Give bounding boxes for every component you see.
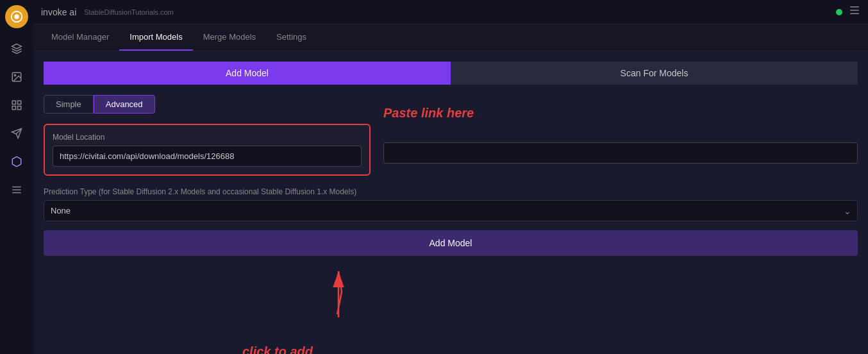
sidebar-item-image[interactable]	[4, 64, 29, 90]
nav-tabs: Model Manager Import Models Merge Models…	[33, 24, 868, 51]
arrow-annotation	[319, 260, 358, 324]
svg-rect-4	[12, 101, 15, 104]
click-hint-annotation: click to add	[242, 344, 313, 354]
simple-mode-button[interactable]: Simple	[44, 95, 94, 114]
model-location-input-extended[interactable]	[383, 142, 858, 164]
top-toggle-row: Add Model Scan For Models	[44, 62, 858, 85]
model-location-label: Model Location	[53, 133, 362, 142]
app-emphasis: ai	[69, 7, 76, 17]
tab-settings[interactable]: Settings	[266, 24, 317, 51]
add-model-submit-button[interactable]: Add Model	[44, 230, 858, 256]
svg-point-1	[14, 14, 19, 19]
titlebar-left: invoke ai StableDiffusionTutorials.com	[41, 7, 174, 17]
prediction-select-wrapper: None epsilon v_prediction sample	[44, 200, 858, 221]
mode-toggle: Simple Advanced	[44, 95, 858, 114]
status-indicator	[836, 9, 842, 15]
svg-rect-6	[18, 106, 21, 110]
app-title: invoke ai	[41, 7, 76, 17]
tab-merge-models[interactable]: Merge Models	[193, 24, 266, 51]
prediction-select[interactable]: None epsilon v_prediction sample	[44, 200, 858, 221]
add-model-button-container: Add Model click to add	[44, 230, 858, 266]
form-layout: Model Location Paste link here Predictio…	[44, 124, 858, 266]
sidebar-item-write[interactable]	[4, 36, 29, 62]
svg-rect-7	[12, 106, 15, 110]
model-location-section: Model Location	[44, 124, 371, 176]
watermark: StableDiffusionTutorials.com	[84, 8, 173, 16]
scan-models-toggle-button[interactable]: Scan For Models	[451, 62, 858, 85]
main-panel: invoke ai StableDiffusionTutorials.com M…	[33, 0, 868, 354]
sidebar-item-send[interactable]	[4, 121, 29, 146]
sidebar-item-box[interactable]	[4, 149, 29, 174]
svg-line-18	[337, 292, 342, 314]
titlebar: invoke ai StableDiffusionTutorials.com	[33, 0, 868, 24]
sidebar-item-grid[interactable]	[4, 92, 29, 118]
tab-import-models[interactable]: Import Models	[119, 24, 192, 51]
svg-rect-5	[18, 101, 21, 104]
app-name: invoke	[41, 7, 67, 17]
svg-point-3	[14, 74, 15, 76]
model-location-input[interactable]	[53, 146, 362, 167]
sidebar	[0, 0, 33, 354]
advanced-mode-button[interactable]: Advanced	[94, 95, 155, 114]
prediction-type-section: Prediction Type (for Stable Diffusion 2.…	[44, 187, 858, 221]
prediction-label: Prediction Type (for Stable Diffusion 2.…	[44, 187, 858, 196]
sidebar-item-lines[interactable]	[4, 177, 29, 203]
content-area: Add Model Scan For Models Simple Advance…	[33, 51, 868, 354]
menu-icon[interactable]	[849, 4, 860, 19]
tab-model-manager[interactable]: Model Manager	[41, 24, 119, 51]
add-model-toggle-button[interactable]: Add Model	[44, 62, 451, 85]
titlebar-right	[836, 4, 860, 19]
app-logo[interactable]	[5, 5, 28, 28]
svg-line-19	[338, 271, 342, 292]
